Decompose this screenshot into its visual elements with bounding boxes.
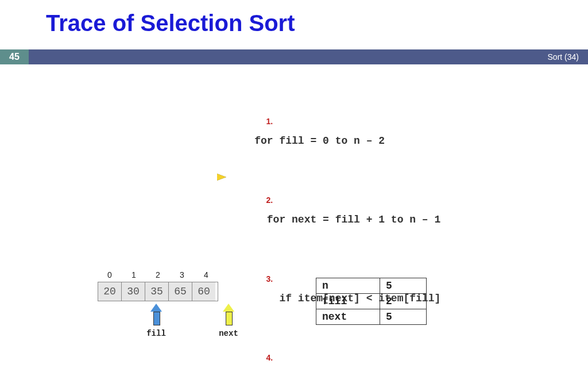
state-value: 5	[380, 278, 427, 294]
array-index: 2	[146, 270, 170, 279]
array-index: 0	[98, 270, 122, 279]
array-cell: 35	[145, 282, 169, 301]
table-row: n 5	[316, 278, 427, 294]
fill-pointer-label: fill	[139, 329, 173, 338]
fill-pointer-arrow-icon	[150, 304, 162, 327]
array-cells: 20 30 35 65 60	[98, 282, 218, 301]
page-title: Trace of Selection Sort	[46, 10, 295, 36]
page-number-badge: 45	[0, 49, 29, 64]
state-key: fill	[316, 294, 380, 309]
section-label: Sort (34)	[548, 49, 579, 64]
array-cell: 20	[98, 282, 122, 301]
array-visual: 0 1 2 3 4 20 30 35 65 60	[98, 270, 218, 301]
state-key: next	[316, 309, 380, 325]
next-pointer-arrow-icon	[223, 304, 234, 327]
line-number: 3.	[254, 271, 273, 287]
table-row: fill 2	[316, 294, 427, 309]
array-index: 3	[170, 270, 194, 279]
code-line: 2. for next = fill + 1 to n – 1	[230, 171, 497, 250]
array-cell: 65	[169, 282, 192, 301]
state-value: 2	[380, 294, 427, 309]
line-number: 2.	[254, 193, 273, 208]
code-text: for fill = 0 to n – 2	[254, 136, 385, 147]
state-value: 5	[380, 309, 427, 325]
array-cell: 60	[192, 282, 215, 301]
line-number: 1.	[254, 114, 273, 129]
next-pointer-label: next	[211, 329, 246, 338]
array-index-row: 0 1 2 3 4	[98, 270, 218, 279]
array-index: 1	[122, 270, 146, 279]
code-line: 1. for fill = 0 to n – 2	[230, 92, 497, 171]
header-bar	[0, 49, 588, 64]
line-number: 4.	[254, 350, 273, 366]
table-row: next 5	[316, 309, 427, 325]
code-text: for next = fill + 1 to n – 1	[254, 214, 440, 225]
pseudocode-block: 1. for fill = 0 to n – 2 2. for next = f…	[230, 92, 497, 368]
code-line: 4. exchange item[pos_min],item[fill]	[230, 328, 497, 368]
current-line-marker-icon	[217, 174, 226, 181]
array-cell: 30	[122, 282, 145, 301]
state-table: n 5 fill 2 next 5	[316, 278, 427, 325]
array-index: 4	[194, 270, 218, 279]
state-key: n	[316, 278, 380, 294]
